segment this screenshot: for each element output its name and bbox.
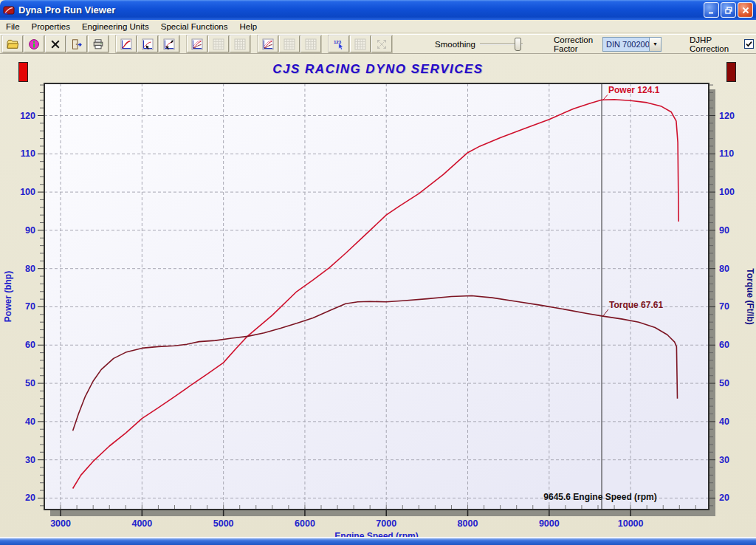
toolbar-group <box>258 35 322 52</box>
y-axis-title-left: Power (bhp) <box>3 271 13 322</box>
close-icon <box>741 6 750 15</box>
chart-multi-icon <box>191 38 203 50</box>
chart-arrow-both-icon <box>163 38 175 50</box>
grid-icon <box>305 38 317 50</box>
x-tick-label: 5000 <box>213 518 234 529</box>
x-tick-label: 8000 <box>458 518 478 529</box>
djhp-correction-checkbox[interactable] <box>744 39 754 49</box>
y-tick-label-right: 110 <box>719 148 734 159</box>
overlay-graph-button[interactable] <box>187 35 207 52</box>
smoothing-label: Smoothing <box>435 40 475 49</box>
title-bar: Dyna Pro Run Viewer <box>0 0 756 20</box>
cursor-rpm-label: 9645.6 Engine Speed (rpm) <box>543 492 656 502</box>
open-run-button[interactable] <box>2 35 23 52</box>
toolbar-group: 123 <box>329 35 393 52</box>
y-tick-label-left: 50 <box>25 378 35 388</box>
menu-bar: FilePropertiesEngineering UnitsSpecial F… <box>0 20 756 33</box>
plot-background <box>44 83 709 510</box>
y-axis-title-right: Torque (Ft/lb) <box>745 268 755 324</box>
view-graph-button[interactable] <box>116 35 137 52</box>
expand-arrows-icon <box>376 38 388 50</box>
menu-file[interactable]: File <box>0 21 26 32</box>
close-button[interactable] <box>738 2 753 18</box>
toolbar-group <box>2 35 109 52</box>
window-bottom-edge <box>0 537 756 545</box>
y-tick-label-left: 20 <box>25 493 35 503</box>
app-window: Dyna Pro Run Viewer FilePropertiesEngine… <box>0 0 756 545</box>
graph-run-back-button[interactable] <box>137 35 158 52</box>
y-tick-label-left: 120 <box>20 111 35 121</box>
chart-arrow-right-icon <box>142 38 154 50</box>
djhp-correction-control: DJHP Correction <box>690 35 754 53</box>
values-table-button <box>350 35 371 52</box>
info-icon <box>28 38 40 50</box>
restore-icon <box>724 6 733 15</box>
folder-icon <box>7 38 18 50</box>
power-color-swatch <box>18 62 28 82</box>
delete-x-icon <box>49 38 61 50</box>
cursor-values-button[interactable]: 123 <box>329 35 349 52</box>
app-icon <box>3 4 15 16</box>
compare-table-2-button <box>300 35 321 52</box>
torque-color-swatch <box>726 62 736 82</box>
toolbar-group <box>187 35 251 52</box>
y-tick-label-right: 50 <box>719 378 729 388</box>
smoothing-control: Smoothing <box>435 37 529 52</box>
compare-graph-button[interactable] <box>258 35 278 52</box>
y-tick-label-right: 70 <box>719 301 729 312</box>
grid-icon <box>354 38 366 50</box>
power-value-label: Power 124.1 <box>608 85 660 95</box>
menu-engineering-units[interactable]: Engineering Units <box>76 21 155 32</box>
grid-icon <box>234 38 246 50</box>
chart-curve-icon <box>120 38 132 50</box>
y-tick-label-right: 20 <box>719 493 729 503</box>
grid-icon <box>213 38 224 50</box>
chart-title: CJS RACING DYNO SERVICES <box>0 62 756 77</box>
exit-button[interactable] <box>66 35 87 52</box>
x-tick-label: 10000 <box>618 518 644 529</box>
menu-help[interactable]: Help <box>234 21 264 32</box>
delete-run-button[interactable] <box>45 35 66 52</box>
smoothing-slider-thumb[interactable] <box>515 38 521 51</box>
y-tick-label-left: 30 <box>25 455 35 465</box>
chart-area: 3000400050006000700080009000100002020303… <box>0 54 756 537</box>
graph-run-forward-button[interactable] <box>159 35 179 52</box>
y-tick-label-left: 100 <box>20 187 35 197</box>
dropdown-arrow-icon[interactable]: ▼ <box>649 38 661 51</box>
restore-button[interactable] <box>721 2 736 18</box>
data-table-1-button <box>208 35 229 52</box>
compare-table-1-button <box>279 35 300 52</box>
correction-factor-label: Correction Factor <box>554 35 598 53</box>
exit-door-icon <box>71 38 83 50</box>
run-info-button[interactable] <box>24 35 44 52</box>
print-button[interactable] <box>88 35 109 52</box>
y-tick-label-right: 120 <box>719 111 735 121</box>
correction-factor-control: Correction Factor DIN 700200 ▼ <box>554 35 662 53</box>
toolbar-buttons: 123 <box>2 35 399 52</box>
data-table-2-button <box>230 35 250 52</box>
grid-icon <box>284 38 295 50</box>
djhp-correction-label: DJHP Correction <box>690 35 740 53</box>
checkmark-icon <box>745 40 753 48</box>
torque-value-label: Torque 67.61 <box>609 300 663 310</box>
svg-text:123: 123 <box>334 40 342 44</box>
correction-factor-select[interactable]: DIN 700200 ▼ <box>602 37 662 52</box>
menu-special-functions[interactable]: Special Functions <box>155 21 234 32</box>
y-tick-label-left: 70 <box>25 301 35 312</box>
toolbar-group <box>116 35 180 52</box>
printer-icon <box>92 38 104 50</box>
x-tick-label: 7000 <box>376 518 396 529</box>
toolbar: 123 Smoothing Correction Factor DIN 7002… <box>0 34 756 54</box>
smoothing-slider[interactable] <box>480 37 529 52</box>
x-tick-label: 6000 <box>295 518 315 529</box>
y-tick-label-left: 110 <box>21 148 35 159</box>
chart-multi-icon <box>262 38 274 50</box>
y-tick-label-right: 100 <box>719 187 735 197</box>
y-tick-label-left: 90 <box>25 225 35 236</box>
minimize-button[interactable] <box>704 2 719 18</box>
y-tick-label-right: 60 <box>719 340 729 350</box>
x-tick-label: 4000 <box>131 518 152 529</box>
minimize-icon <box>707 6 716 15</box>
y-tick-label-left: 80 <box>25 264 35 274</box>
menu-properties[interactable]: Properties <box>26 21 76 32</box>
